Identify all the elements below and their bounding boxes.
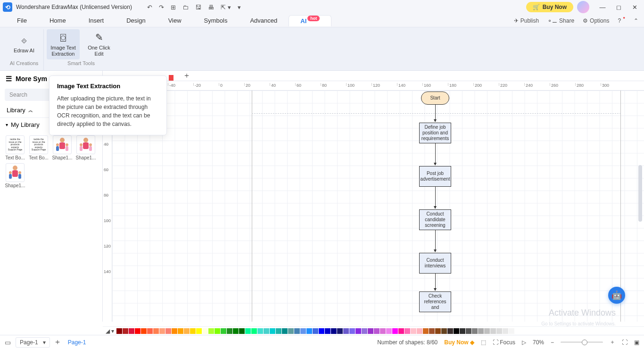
menu-insert[interactable]: Insert <box>77 15 116 26</box>
color-swatch[interactable] <box>172 328 177 334</box>
buy-now-status[interactable]: Buy Now ◆ <box>444 339 474 346</box>
color-swatch[interactable] <box>227 328 232 334</box>
color-swatch[interactable] <box>159 328 165 334</box>
shape-thumb[interactable]: tackle the issue on the products experts… <box>28 135 49 160</box>
color-swatch[interactable] <box>202 328 208 334</box>
ai-assistant-button[interactable]: 🤖 <box>608 287 625 304</box>
color-swatch[interactable] <box>331 328 337 334</box>
layers-icon[interactable]: ⬚ <box>481 339 486 346</box>
color-swatch[interactable] <box>300 328 306 334</box>
zoom-slider[interactable] <box>561 341 603 343</box>
color-swatch[interactable] <box>429 328 435 334</box>
color-swatch[interactable] <box>515 328 520 334</box>
color-swatch[interactable] <box>417 328 422 334</box>
color-swatch[interactable] <box>165 328 171 334</box>
more-qat-icon[interactable]: ▾ <box>238 4 241 11</box>
color-swatch[interactable] <box>208 328 214 334</box>
minimize-button[interactable]: — <box>596 4 609 11</box>
menu-home[interactable]: Home <box>38 15 77 26</box>
color-swatch[interactable] <box>190 328 196 334</box>
save-icon[interactable]: 🖫 <box>195 4 201 11</box>
color-swatch[interactable] <box>221 328 226 334</box>
color-swatch[interactable] <box>509 328 514 334</box>
color-swatch[interactable] <box>239 328 245 334</box>
color-swatch[interactable] <box>490 328 496 334</box>
shape-thumb[interactable]: Shape1... <box>75 135 96 160</box>
collapse-ribbon-button[interactable]: ⌃ <box>634 17 638 24</box>
add-page-button[interactable]: ＋ <box>54 337 61 347</box>
color-swatch[interactable] <box>362 328 367 334</box>
fill-bucket-icon[interactable]: ◢ ▾ <box>106 328 114 334</box>
flowchart-node-2[interactable]: Post job advertisement <box>419 166 451 187</box>
print-icon[interactable]: 🖶 <box>208 4 214 11</box>
color-swatch[interactable] <box>392 328 398 334</box>
color-swatch[interactable] <box>153 328 159 334</box>
add-tab-button[interactable]: ＋ <box>180 71 193 81</box>
color-swatch[interactable] <box>196 328 202 334</box>
color-swatch[interactable] <box>135 328 140 334</box>
buy-now-button[interactable]: 🛒 Buy Now <box>526 2 573 12</box>
color-swatch[interactable] <box>380 328 386 334</box>
edraw-ai-button[interactable]: ⟐ Edraw AI <box>8 29 41 59</box>
fit-page-icon[interactable]: ⛶ <box>622 339 627 346</box>
color-swatch[interactable] <box>313 328 318 334</box>
color-swatch[interactable] <box>411 328 416 334</box>
flowchart-node-5[interactable]: Check references and <box>419 291 451 312</box>
layout-icon[interactable]: ▭ <box>5 339 11 346</box>
color-swatch[interactable] <box>466 328 471 334</box>
color-swatch[interactable] <box>398 328 404 334</box>
fullscreen-icon[interactable]: ▣ <box>634 339 639 346</box>
menu-advanced[interactable]: Advanced <box>239 15 289 26</box>
color-swatch[interactable] <box>245 328 251 334</box>
color-swatch[interactable] <box>368 328 373 334</box>
publish-button[interactable]: ✈Publish <box>514 17 539 24</box>
color-swatch[interactable] <box>484 328 490 334</box>
color-swatch[interactable] <box>184 328 190 334</box>
color-swatch[interactable] <box>349 328 355 334</box>
color-swatch[interactable] <box>141 328 147 334</box>
caret-down-icon[interactable]: ▾ <box>6 122 8 127</box>
zoom-in-button[interactable]: ＋ <box>610 338 615 346</box>
color-swatch[interactable] <box>374 328 380 334</box>
focus-button[interactable]: ⛶ Focus <box>493 339 515 346</box>
color-swatch[interactable] <box>270 328 275 334</box>
color-swatch[interactable] <box>355 328 361 334</box>
color-swatch[interactable] <box>386 328 392 334</box>
menu-view[interactable]: View <box>157 15 193 26</box>
color-swatch[interactable] <box>233 328 239 334</box>
color-swatch[interactable] <box>496 328 502 334</box>
zoom-out-button[interactable]: − <box>551 339 554 346</box>
color-swatch[interactable] <box>264 328 269 334</box>
color-swatch[interactable] <box>423 328 429 334</box>
share-button[interactable]: ⚬⚊Share <box>547 17 574 24</box>
one-click-edit-button[interactable]: ✎ One Click Edit <box>83 29 116 59</box>
color-swatch[interactable] <box>405 328 410 334</box>
user-avatar[interactable] <box>577 1 589 13</box>
color-swatch[interactable] <box>282 328 288 334</box>
color-swatch[interactable] <box>288 328 294 334</box>
color-swatch[interactable] <box>129 328 134 334</box>
color-swatch[interactable] <box>460 328 465 334</box>
new-icon[interactable]: ⊞ <box>171 4 176 11</box>
color-swatch[interactable] <box>441 328 447 334</box>
color-swatch[interactable] <box>116 328 122 334</box>
help-button[interactable]: ?● <box>618 17 625 24</box>
flowchart-node-4[interactable]: Conduct interviews <box>419 253 451 274</box>
color-swatch[interactable] <box>257 328 263 334</box>
image-text-extraction-button[interactable]: ⌼ Image Text Extraction <box>47 29 80 59</box>
export-icon[interactable]: ⇱ ▾ <box>221 4 231 11</box>
menu-symbols[interactable]: Symbols <box>193 15 239 26</box>
color-swatch[interactable] <box>435 328 441 334</box>
flowchart-node-3[interactable]: Conduct candidate screening <box>419 209 451 230</box>
play-icon[interactable]: ▷ <box>522 339 526 346</box>
color-swatch[interactable] <box>215 328 220 334</box>
shape-thumb[interactable]: Shape1... <box>52 135 73 160</box>
menu-file[interactable]: File <box>6 15 38 26</box>
color-swatch[interactable] <box>503 328 508 334</box>
shape-thumb[interactable]: tackle the issue on the products experts… <box>5 135 25 160</box>
options-button[interactable]: ⚙Options <box>583 17 609 24</box>
redo-icon[interactable]: ↷ <box>159 4 164 11</box>
page-dropdown[interactable]: Page-1 ▾ <box>16 337 50 348</box>
shape-thumb[interactable]: Shape1... <box>5 163 25 188</box>
flowchart-node-1[interactable]: Define job position and requirements <box>419 123 451 143</box>
